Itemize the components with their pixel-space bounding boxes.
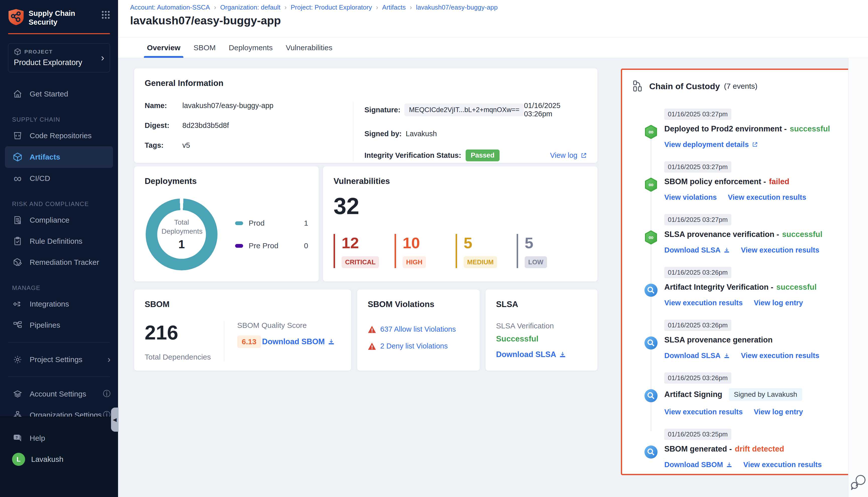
signature-value: MEQCICde2VjIT...bL+2+mqnOXw== [404,103,524,116]
event-timestamp: 01/16/2025 03:26pm [664,267,732,278]
digest-value: 8d23bd3b5d8f [182,122,229,130]
view-log-entry-link[interactable]: View log entry [754,299,803,307]
breadcrumb-separator: › [285,3,287,11]
event-status: drift detected [735,444,784,454]
vulnerabilities-total: 32 [334,193,587,219]
view-log-entry-link[interactable]: View log entry [754,408,803,416]
download-slsa-link[interactable]: Download SLSA [664,352,730,360]
sidebar-item-cicd[interactable]: ∞ CI/CD [0,168,118,189]
vulnerabilities-card: Vulnerabilities 32 12 CRITICAL 10 HIGH 5… [323,166,598,282]
sbom-quality-score-badge: 6.13 [237,336,261,348]
integrations-icon [12,298,23,310]
compliance-document-icon [12,215,23,226]
sbom-total-label: Total Dependencies [145,353,211,361]
donut-center-label: Total Deployments [161,218,202,236]
download-icon [328,338,335,345]
breadcrumb-account[interactable]: Account: Automation-SSCA [130,3,210,11]
info-circle-icon[interactable]: ⓘ [103,389,111,399]
code-repository-icon [12,130,23,141]
user-name: Lavakush [31,455,63,464]
sidebar-section-manage: MANAGE [12,284,118,292]
low-badge: LOW [525,256,547,268]
tab-deployments[interactable]: Deployments [229,38,273,58]
view-execution-results-link[interactable]: View execution results [664,408,743,416]
sidebar-item-rule-definitions[interactable]: Rule Definitions [0,231,118,252]
allow-list-violations-row: 637 Allow list Violations [368,325,469,333]
right-rail [848,58,868,497]
sidebar-item-artifacts[interactable]: Artifacts [5,146,113,168]
sidebar-item-help[interactable]: ? Help [0,428,118,449]
clipboard-check-icon [12,236,23,247]
view-execution-results-link[interactable]: View execution results [728,193,806,201]
card-title: SBOM [145,299,341,309]
warning-triangle-icon [368,325,376,333]
view-execution-results-link[interactable]: View execution results [741,246,819,254]
critical-badge: CRITICAL [342,256,379,268]
breadcrumb-project[interactable]: Project: Product Exploratory [291,3,372,11]
sidebar-item-code-repositories[interactable]: Code Repositories [0,125,118,146]
view-execution-results-link[interactable]: View execution results [743,460,822,469]
sidebar-item-project-settings[interactable]: Project Settings › [0,349,118,370]
user-menu[interactable]: L Lavakush [0,449,118,470]
download-slsa-link[interactable]: Download SLSA [496,350,566,359]
sidebar-divider [8,377,110,377]
download-sbom-link[interactable]: Download SBOM [664,460,732,469]
chain-events-timeline: 01/16/2025 03:27pm ∞ Deployed to Prod2 e… [622,109,852,469]
chain-event: 01/16/2025 03:26pm Artifact Signing Sign… [622,372,852,416]
download-icon [726,462,732,468]
event-timestamp: 01/16/2025 03:27pm [664,109,732,120]
tags-label: Tags: [145,141,182,150]
gear-icon [12,354,23,365]
download-sbom-link[interactable]: Download SBOM [262,337,335,346]
app-switcher-grid-icon[interactable] [101,11,110,19]
signed-by-badge: Signed by Lavakush [729,388,802,401]
sidebar-item-integrations[interactable]: Integrations [0,294,118,315]
supply-chain-security-logo-icon [8,9,24,26]
event-status: successful [782,230,822,239]
tab-sbom[interactable]: SBOM [193,38,216,58]
deny-list-violations-row: 2 Deny list Violations [368,342,469,350]
deny-list-violations-link[interactable]: 2 Deny list Violations [380,342,448,350]
sidebar-item-get-started[interactable]: Get Started [0,83,118,104]
sidebar-item-compliance[interactable]: Compliance [0,210,118,231]
view-execution-results-link[interactable]: View execution results [664,299,743,307]
project-selector[interactable]: PROJECT Product Exploratory › [8,43,110,72]
event-timestamp: 01/16/2025 03:25pm [664,429,732,440]
event-title: SLSA provenance verification - [664,230,779,239]
signature-label: Signature: [364,106,400,114]
view-log-link[interactable]: View log [550,151,587,159]
help-chat-icon: ? [12,433,23,444]
breadcrumb-current[interactable]: lavakush07/easy-buggy-app [416,3,497,11]
breadcrumb-organization[interactable]: Organization: default [220,3,280,11]
tab-vulnerabilities[interactable]: Vulnerabilities [286,38,333,58]
sidebar-item-account-settings[interactable]: Account Settings ⓘ [0,383,118,404]
chain-event: 01/16/2025 03:26pm Artifact Integrity Ve… [622,267,852,307]
svg-text:∞: ∞ [649,128,653,136]
event-status: successful [776,283,816,292]
sidebar-footer: ? Help L Lavakush [0,416,118,497]
digest-label: Digest: [145,122,182,130]
chain-of-custody-panel: Chain of Custody (7 events) 01/16/2025 0… [621,69,854,475]
tab-overview[interactable]: Overview [147,38,180,58]
help-chat-bubble-icon[interactable] [850,474,867,490]
artifacts-cube-icon [12,152,23,162]
allow-list-violations-link[interactable]: 637 Allow list Violations [380,325,456,333]
event-title: SLSA provenance generation [664,336,772,344]
view-execution-results-link[interactable]: View execution results [741,352,819,360]
chain-of-custody-icon [632,80,644,93]
card-title: SBOM Violations [368,299,469,309]
event-title: SBOM generated - [664,444,732,454]
slsa-card: SLSA SLSA Verification Successful Downlo… [485,289,598,371]
sidebar-item-remediation-tracker[interactable]: Remediation Tracker [0,252,118,273]
main-area: Account: Automation-SSCA › Organization:… [118,0,868,497]
view-deployment-details-link[interactable]: View deployment details [664,140,758,149]
integrity-label: Integrity Verification Status: [364,151,461,159]
policy-stage-icon: ∞ [644,178,658,192]
view-violations-link[interactable]: View violations [664,193,717,201]
download-slsa-link[interactable]: Download SLSA [664,246,730,254]
breadcrumb-artifacts[interactable]: Artifacts [382,3,406,11]
sidebar-item-pipelines[interactable]: Pipelines [0,315,118,336]
breadcrumb-separator: › [214,3,216,11]
sidebar-collapse-handle[interactable]: ◀ [111,408,118,432]
chain-event: 01/16/2025 03:27pm ∞ SLSA provenance ver… [622,214,852,254]
